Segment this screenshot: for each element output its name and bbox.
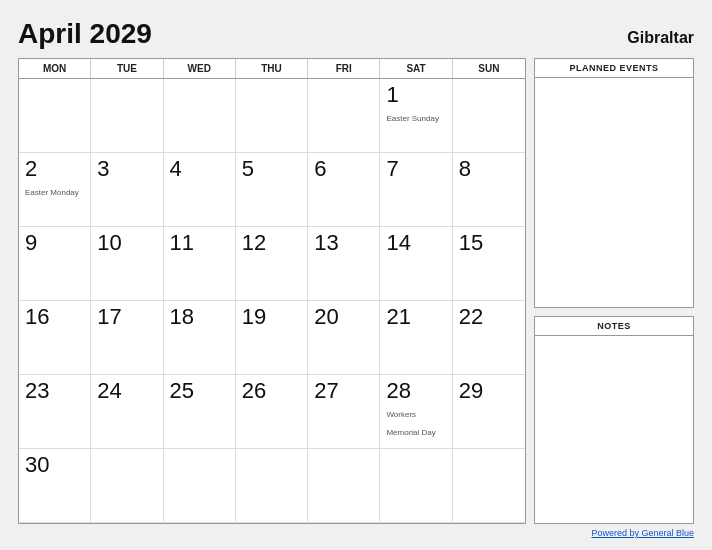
- day-number: 11: [170, 231, 229, 255]
- day-event-label: Easter Monday: [25, 188, 79, 197]
- calendar-cell: 23: [19, 375, 91, 449]
- day-of-week-label: WED: [164, 59, 236, 78]
- notes-title: NOTES: [535, 317, 693, 336]
- main-area: MONTUEWEDTHUFRISATSUN 1Easter Sunday2Eas…: [18, 58, 694, 524]
- calendar-cell: 6: [308, 153, 380, 227]
- day-number: 8: [459, 157, 519, 181]
- calendar-cell: [91, 449, 163, 523]
- day-event-label: Easter Sunday: [386, 114, 438, 123]
- calendar-cell: [380, 449, 452, 523]
- header: April 2029 Gibraltar: [18, 18, 694, 50]
- calendar-cell: 17: [91, 301, 163, 375]
- day-of-week-label: TUE: [91, 59, 163, 78]
- day-number: 13: [314, 231, 373, 255]
- day-number: 24: [97, 379, 156, 403]
- footer: Powered by General Blue: [18, 528, 694, 538]
- calendar-cell: 30: [19, 449, 91, 523]
- calendar-cell: 11: [164, 227, 236, 301]
- calendar-cell: 21: [380, 301, 452, 375]
- calendar-cell: [236, 449, 308, 523]
- calendar-body: 1Easter Sunday2Easter Monday345678910111…: [19, 79, 525, 523]
- calendar-cell: 15: [453, 227, 525, 301]
- page: April 2029 Gibraltar MONTUEWEDTHUFRISATS…: [0, 0, 712, 550]
- day-number: 4: [170, 157, 229, 181]
- day-of-week-label: THU: [236, 59, 308, 78]
- calendar-cell: 4: [164, 153, 236, 227]
- calendar-cell: 7: [380, 153, 452, 227]
- day-number: 3: [97, 157, 156, 181]
- day-number: 9: [25, 231, 84, 255]
- day-of-week-label: SAT: [380, 59, 452, 78]
- day-number: 14: [386, 231, 445, 255]
- calendar-cell: 24: [91, 375, 163, 449]
- planned-events-box: PLANNED EVENTS: [534, 58, 694, 308]
- day-number: 27: [314, 379, 373, 403]
- calendar-cell: 3: [91, 153, 163, 227]
- calendar-cell: 5: [236, 153, 308, 227]
- planned-events-content: [535, 78, 693, 307]
- day-number: 17: [97, 305, 156, 329]
- day-number: 26: [242, 379, 301, 403]
- calendar-cell: 25: [164, 375, 236, 449]
- day-number: 20: [314, 305, 373, 329]
- calendar-cell: 2Easter Monday: [19, 153, 91, 227]
- day-number: 2: [25, 157, 84, 181]
- calendar-cell: [236, 79, 308, 153]
- calendar-cell: [19, 79, 91, 153]
- planned-events-title: PLANNED EVENTS: [535, 59, 693, 78]
- calendar-cell: 18: [164, 301, 236, 375]
- calendar-cell: [308, 449, 380, 523]
- day-number: 18: [170, 305, 229, 329]
- day-number: 28: [386, 379, 445, 403]
- calendar-cell: 26: [236, 375, 308, 449]
- calendar-cell: 13: [308, 227, 380, 301]
- calendar-cell: [164, 79, 236, 153]
- calendar-cell: [164, 449, 236, 523]
- notes-content: [535, 336, 693, 523]
- calendar-cell: 20: [308, 301, 380, 375]
- calendar-cell: 29: [453, 375, 525, 449]
- location-title: Gibraltar: [627, 29, 694, 47]
- calendar-cell: [453, 449, 525, 523]
- day-number: 7: [386, 157, 445, 181]
- calendar-cell: [91, 79, 163, 153]
- calendar-cell: 22: [453, 301, 525, 375]
- day-number: 23: [25, 379, 84, 403]
- month-title: April 2029: [18, 18, 152, 50]
- day-number: 30: [25, 453, 84, 477]
- day-of-week-label: MON: [19, 59, 91, 78]
- day-event-label: Workers Memorial Day: [386, 410, 435, 437]
- calendar-cell: [453, 79, 525, 153]
- day-number: 22: [459, 305, 519, 329]
- day-of-week-label: FRI: [308, 59, 380, 78]
- day-number: 12: [242, 231, 301, 255]
- sidebar: PLANNED EVENTS NOTES: [534, 58, 694, 524]
- calendar-cell: [308, 79, 380, 153]
- footer-link[interactable]: Powered by General Blue: [591, 528, 694, 538]
- day-number: 15: [459, 231, 519, 255]
- calendar-cell: 8: [453, 153, 525, 227]
- calendar-cell: 14: [380, 227, 452, 301]
- calendar-cell: 16: [19, 301, 91, 375]
- day-number: 10: [97, 231, 156, 255]
- day-number: 6: [314, 157, 373, 181]
- calendar-cell: 19: [236, 301, 308, 375]
- calendar-cell: 28Workers Memorial Day: [380, 375, 452, 449]
- day-of-week-label: SUN: [453, 59, 525, 78]
- calendar: MONTUEWEDTHUFRISATSUN 1Easter Sunday2Eas…: [18, 58, 526, 524]
- calendar-header: MONTUEWEDTHUFRISATSUN: [19, 59, 525, 79]
- day-number: 19: [242, 305, 301, 329]
- calendar-cell: 10: [91, 227, 163, 301]
- notes-box: NOTES: [534, 316, 694, 524]
- calendar-cell: 1Easter Sunday: [380, 79, 452, 153]
- day-number: 5: [242, 157, 301, 181]
- calendar-cell: 12: [236, 227, 308, 301]
- day-number: 16: [25, 305, 84, 329]
- day-number: 21: [386, 305, 445, 329]
- day-number: 29: [459, 379, 519, 403]
- day-number: 25: [170, 379, 229, 403]
- calendar-cell: 9: [19, 227, 91, 301]
- calendar-cell: 27: [308, 375, 380, 449]
- day-number: 1: [386, 83, 445, 107]
